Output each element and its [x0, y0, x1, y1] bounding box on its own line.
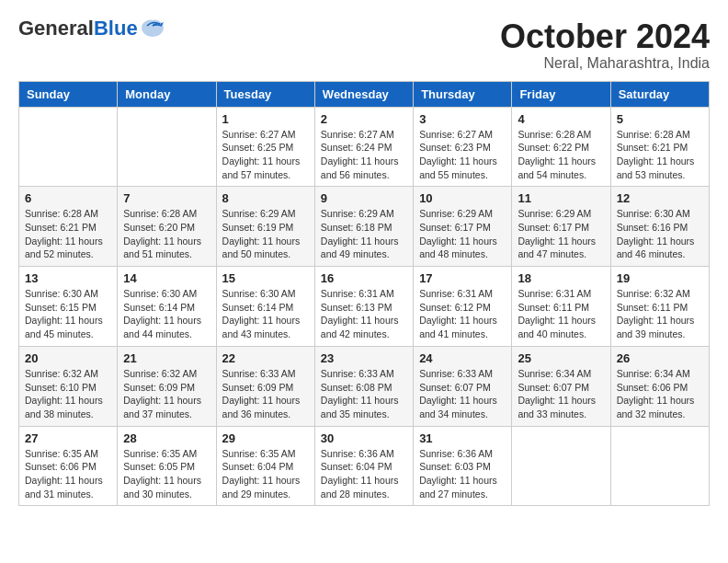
day-info: Sunrise: 6:36 AM Sunset: 6:04 PM Dayligh…: [321, 447, 407, 501]
logo-bird-icon: [140, 18, 165, 39]
day-info: Sunrise: 6:30 AM Sunset: 6:14 PM Dayligh…: [123, 287, 210, 341]
day-info: Sunrise: 6:32 AM Sunset: 6:11 PM Dayligh…: [617, 287, 703, 341]
day-info: Sunrise: 6:35 AM Sunset: 6:04 PM Dayligh…: [222, 447, 309, 501]
logo-blue: Blue: [94, 17, 138, 40]
calendar-table: SundayMondayTuesdayWednesdayThursdayFrid…: [18, 81, 710, 507]
day-number: 15: [222, 271, 309, 285]
calendar-cell: 7Sunrise: 6:28 AM Sunset: 6:20 PM Daylig…: [118, 187, 216, 267]
calendar-cell: 5Sunrise: 6:28 AM Sunset: 6:21 PM Daylig…: [610, 107, 709, 187]
day-info: Sunrise: 6:31 AM Sunset: 6:11 PM Dayligh…: [518, 287, 604, 341]
calendar-cell: 30Sunrise: 6:36 AM Sunset: 6:04 PM Dayli…: [314, 426, 413, 506]
day-number: 5: [617, 112, 703, 126]
header-cell-monday: Monday: [118, 81, 216, 107]
calendar-cell: 1Sunrise: 6:27 AM Sunset: 6:25 PM Daylig…: [216, 107, 314, 187]
calendar-cell: 22Sunrise: 6:33 AM Sunset: 6:09 PM Dayli…: [216, 346, 314, 426]
day-number: 28: [123, 431, 210, 445]
day-number: 13: [25, 271, 111, 285]
header-cell-tuesday: Tuesday: [216, 81, 314, 107]
calendar-cell: 29Sunrise: 6:35 AM Sunset: 6:04 PM Dayli…: [216, 426, 314, 506]
day-info: Sunrise: 6:32 AM Sunset: 6:09 PM Dayligh…: [123, 367, 210, 421]
day-info: Sunrise: 6:27 AM Sunset: 6:25 PM Dayligh…: [222, 128, 309, 182]
calendar-cell: [19, 107, 118, 187]
calendar-cell: 26Sunrise: 6:34 AM Sunset: 6:06 PM Dayli…: [610, 346, 709, 426]
day-info: Sunrise: 6:30 AM Sunset: 6:14 PM Dayligh…: [222, 287, 309, 341]
header-cell-wednesday: Wednesday: [314, 81, 413, 107]
day-info: Sunrise: 6:36 AM Sunset: 6:03 PM Dayligh…: [419, 447, 506, 501]
calendar-cell: 15Sunrise: 6:30 AM Sunset: 6:14 PM Dayli…: [216, 267, 314, 347]
day-number: 9: [321, 191, 407, 205]
header-cell-friday: Friday: [512, 81, 610, 107]
day-info: Sunrise: 6:29 AM Sunset: 6:17 PM Dayligh…: [518, 207, 604, 261]
calendar-cell: 25Sunrise: 6:34 AM Sunset: 6:07 PM Dayli…: [512, 346, 610, 426]
day-number: 29: [222, 431, 309, 445]
day-number: 22: [222, 351, 309, 365]
day-number: 12: [617, 191, 703, 205]
day-info: Sunrise: 6:28 AM Sunset: 6:22 PM Dayligh…: [518, 128, 604, 182]
day-number: 24: [419, 351, 506, 365]
day-number: 11: [518, 191, 604, 205]
day-number: 21: [123, 351, 210, 365]
calendar-cell: 20Sunrise: 6:32 AM Sunset: 6:10 PM Dayli…: [19, 346, 118, 426]
day-number: 7: [123, 191, 210, 205]
day-info: Sunrise: 6:30 AM Sunset: 6:15 PM Dayligh…: [25, 287, 111, 341]
week-row-1: 1Sunrise: 6:27 AM Sunset: 6:25 PM Daylig…: [19, 107, 710, 187]
header-cell-thursday: Thursday: [414, 81, 512, 107]
week-row-2: 6Sunrise: 6:28 AM Sunset: 6:21 PM Daylig…: [19, 187, 710, 267]
calendar-cell: 3Sunrise: 6:27 AM Sunset: 6:23 PM Daylig…: [414, 107, 512, 187]
header-cell-saturday: Saturday: [610, 81, 709, 107]
day-number: 30: [321, 431, 407, 445]
logo: GeneralBlue: [18, 18, 165, 39]
week-row-5: 27Sunrise: 6:35 AM Sunset: 6:06 PM Dayli…: [19, 426, 710, 506]
calendar-cell: [610, 426, 709, 506]
day-info: Sunrise: 6:30 AM Sunset: 6:16 PM Dayligh…: [617, 207, 703, 261]
day-info: Sunrise: 6:33 AM Sunset: 6:08 PM Dayligh…: [321, 367, 407, 421]
day-number: 31: [419, 431, 506, 445]
day-number: 16: [321, 271, 407, 285]
day-info: Sunrise: 6:32 AM Sunset: 6:10 PM Dayligh…: [25, 367, 111, 421]
calendar-cell: 23Sunrise: 6:33 AM Sunset: 6:08 PM Dayli…: [314, 346, 413, 426]
day-number: 6: [25, 191, 111, 205]
week-row-3: 13Sunrise: 6:30 AM Sunset: 6:15 PM Dayli…: [19, 267, 710, 347]
day-info: Sunrise: 6:27 AM Sunset: 6:23 PM Dayligh…: [419, 128, 506, 182]
location-subtitle: Neral, Maharashtra, India: [500, 55, 710, 72]
day-number: 26: [617, 351, 703, 365]
calendar-cell: 13Sunrise: 6:30 AM Sunset: 6:15 PM Dayli…: [19, 267, 118, 347]
day-info: Sunrise: 6:34 AM Sunset: 6:07 PM Dayligh…: [518, 367, 604, 421]
day-number: 2: [321, 112, 407, 126]
day-number: 1: [222, 112, 309, 126]
day-info: Sunrise: 6:34 AM Sunset: 6:06 PM Dayligh…: [617, 367, 703, 421]
week-row-4: 20Sunrise: 6:32 AM Sunset: 6:10 PM Dayli…: [19, 346, 710, 426]
month-year-title: October 2024: [500, 18, 710, 55]
day-info: Sunrise: 6:31 AM Sunset: 6:12 PM Dayligh…: [419, 287, 506, 341]
calendar-cell: [512, 426, 610, 506]
day-info: Sunrise: 6:33 AM Sunset: 6:07 PM Dayligh…: [419, 367, 506, 421]
header-row: SundayMondayTuesdayWednesdayThursdayFrid…: [19, 81, 710, 107]
day-number: 14: [123, 271, 210, 285]
day-number: 17: [419, 271, 506, 285]
day-number: 10: [419, 191, 506, 205]
calendar-cell: 31Sunrise: 6:36 AM Sunset: 6:03 PM Dayli…: [414, 426, 512, 506]
logo-general: General: [18, 17, 94, 40]
day-number: 18: [518, 271, 604, 285]
calendar-cell: 21Sunrise: 6:32 AM Sunset: 6:09 PM Dayli…: [118, 346, 216, 426]
title-section: October 2024 Neral, Maharashtra, India: [500, 18, 710, 72]
day-number: 25: [518, 351, 604, 365]
calendar-cell: 17Sunrise: 6:31 AM Sunset: 6:12 PM Dayli…: [414, 267, 512, 347]
day-info: Sunrise: 6:29 AM Sunset: 6:18 PM Dayligh…: [321, 207, 407, 261]
calendar-cell: 28Sunrise: 6:35 AM Sunset: 6:05 PM Dayli…: [118, 426, 216, 506]
day-info: Sunrise: 6:28 AM Sunset: 6:21 PM Dayligh…: [25, 207, 111, 261]
day-number: 20: [25, 351, 111, 365]
calendar-cell: 19Sunrise: 6:32 AM Sunset: 6:11 PM Dayli…: [610, 267, 709, 347]
day-number: 19: [617, 271, 703, 285]
page-header: GeneralBlue October 2024 Neral, Maharash…: [18, 18, 710, 72]
day-info: Sunrise: 6:29 AM Sunset: 6:17 PM Dayligh…: [419, 207, 506, 261]
calendar-cell: 27Sunrise: 6:35 AM Sunset: 6:06 PM Dayli…: [19, 426, 118, 506]
calendar-cell: 14Sunrise: 6:30 AM Sunset: 6:14 PM Dayli…: [118, 267, 216, 347]
day-info: Sunrise: 6:27 AM Sunset: 6:24 PM Dayligh…: [321, 128, 407, 182]
calendar-cell: 16Sunrise: 6:31 AM Sunset: 6:13 PM Dayli…: [314, 267, 413, 347]
day-info: Sunrise: 6:33 AM Sunset: 6:09 PM Dayligh…: [222, 367, 309, 421]
day-number: 23: [321, 351, 407, 365]
day-number: 4: [518, 112, 604, 126]
header-cell-sunday: Sunday: [19, 81, 118, 107]
calendar-cell: 8Sunrise: 6:29 AM Sunset: 6:19 PM Daylig…: [216, 187, 314, 267]
